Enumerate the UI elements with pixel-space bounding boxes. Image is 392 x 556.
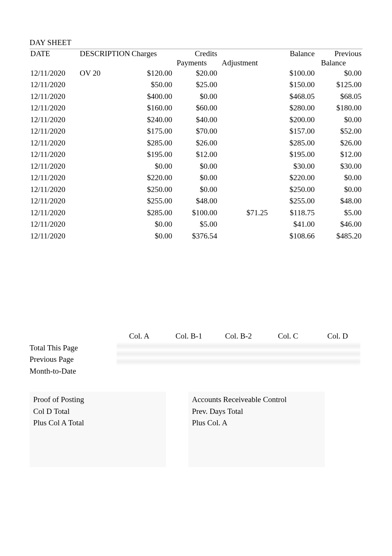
cell-balance: $468.05 (269, 91, 316, 103)
cell-charges: $175.00 (131, 126, 173, 137)
cell-adj (218, 195, 269, 207)
cell-payments: $48.00 (173, 195, 218, 207)
cell-charges: $0.00 (131, 219, 173, 230)
cell-charges: $120.00 (131, 68, 173, 79)
cell-prev: $12.00 (316, 149, 362, 161)
summary-col-b2: Col. B-2 (214, 330, 263, 342)
table-header-row-1: DATE DESCRIPTION Charges Credits Balance… (30, 49, 362, 58)
table-row: 12/11/2020OV 20$120.00$20.00$100.00$0.00 (30, 68, 362, 79)
cell-charges: $0.00 (131, 161, 173, 172)
summary-col-a: Col. A (114, 330, 164, 342)
col-header-payments: Payments (173, 58, 218, 68)
summary-label-month-to-date: Month-to-Date (30, 365, 114, 377)
cell-desc (79, 230, 131, 242)
cell-balance: $220.00 (269, 172, 316, 184)
cell-adj (218, 102, 269, 114)
cell-desc (79, 161, 131, 172)
cell-payments: $376.54 (173, 230, 218, 242)
cell-desc (79, 137, 131, 149)
col-header-balance: Balance (269, 49, 316, 58)
cell-desc (79, 114, 131, 126)
cell-charges: $240.00 (131, 114, 173, 126)
cell-adj (218, 68, 269, 79)
cell-adj (218, 184, 269, 196)
cell-balance: $157.00 (269, 126, 316, 137)
cell-date: 12/11/2020 (30, 207, 79, 219)
ar-row-prev-days-total: Prev. Days Total (192, 406, 321, 418)
cell-payments: $70.00 (173, 126, 218, 137)
cell-adj (218, 126, 269, 137)
cell-date: 12/11/2020 (30, 114, 79, 126)
cell-adj (218, 219, 269, 230)
col-header-credits: Credits (173, 49, 218, 58)
cell-date: 12/11/2020 (30, 79, 79, 91)
cell-prev: $0.00 (316, 184, 362, 196)
cell-date: 12/11/2020 (30, 68, 79, 79)
summary-section: Total This Page Previous Page Month-to-D… (30, 330, 362, 467)
cell-charges: $220.00 (131, 172, 173, 184)
cell-prev: $0.00 (316, 172, 362, 184)
col-header-adjustment: Adjustment (218, 58, 269, 68)
cell-prev: $5.00 (316, 207, 362, 219)
cell-date: 12/11/2020 (30, 195, 79, 207)
cell-charges: $195.00 (131, 149, 173, 161)
cell-adj: $71.25 (218, 207, 269, 219)
summary-col-c: Col. C (263, 330, 313, 342)
cell-payments: $60.00 (173, 102, 218, 114)
table-row: 12/11/2020$255.00$48.00$255.00$48.00 (30, 195, 362, 207)
cell-balance: $100.00 (269, 68, 316, 79)
cell-balance: $41.00 (269, 219, 316, 230)
cell-charges: $285.00 (131, 207, 173, 219)
cell-prev: $52.00 (316, 126, 362, 137)
proof-row-plus-col-a: Plus Col A Total (33, 417, 162, 429)
table-row: 12/11/2020$175.00$70.00$157.00$52.00 (30, 126, 362, 137)
cell-payments: $5.00 (173, 219, 218, 230)
col-header-previous: Previous (316, 49, 362, 58)
cell-adj (218, 79, 269, 91)
cell-charges: $285.00 (131, 137, 173, 149)
table-row: 12/11/2020$285.00$26.00$285.00$26.00 (30, 137, 362, 149)
blurred-row (117, 358, 360, 365)
table-row: 12/11/2020$250.00$0.00$250.00$0.00 (30, 184, 362, 196)
cell-prev: $125.00 (316, 79, 362, 91)
cell-adj (218, 114, 269, 126)
cell-prev: $0.00 (316, 68, 362, 79)
col-header-prev-balance: Balance (316, 58, 362, 68)
table-row: 12/11/2020$0.00$376.54$108.66$485.20 (30, 230, 362, 242)
cell-date: 12/11/2020 (30, 102, 79, 114)
table-row: 12/11/2020$0.00$0.00$30.00$30.00 (30, 161, 362, 172)
cell-payments: $12.00 (173, 149, 218, 161)
page-title: DAY SHEET (30, 37, 362, 49)
cell-adj (218, 161, 269, 172)
cell-desc (79, 79, 131, 91)
cell-prev: $30.00 (316, 161, 362, 172)
cell-adj (218, 137, 269, 149)
col-header-charges: Charges (131, 49, 173, 58)
cell-payments: $0.00 (173, 91, 218, 103)
cell-desc (79, 172, 131, 184)
cell-balance: $118.75 (269, 207, 316, 219)
cell-charges: $160.00 (131, 102, 173, 114)
table-row: 12/11/2020$160.00$60.00$280.00$180.00 (30, 102, 362, 114)
col-header-blank (218, 49, 269, 58)
table-row: 12/11/2020$240.00$40.00$200.00$0.00 (30, 114, 362, 126)
cell-desc (79, 195, 131, 207)
cell-charges: $0.00 (131, 230, 173, 242)
table-row: 12/11/2020$220.00$0.00$220.00$0.00 (30, 172, 362, 184)
cell-charges: $400.00 (131, 91, 173, 103)
blurred-row (117, 342, 360, 350)
cell-balance: $280.00 (269, 102, 316, 114)
summary-label-total-this-page: Total This Page (30, 342, 114, 354)
cell-date: 12/11/2020 (30, 149, 79, 161)
cell-date: 12/11/2020 (30, 126, 79, 137)
cell-prev: $180.00 (316, 102, 362, 114)
table-row: 12/11/2020$195.00$12.00$195.00$12.00 (30, 149, 362, 161)
cell-balance: $285.00 (269, 137, 316, 149)
cell-balance: $195.00 (269, 149, 316, 161)
col-header-date: DATE (30, 49, 79, 58)
cell-desc (79, 219, 131, 230)
cell-date: 12/11/2020 (30, 161, 79, 172)
proof-row-col-d-total: Col D Total (33, 406, 162, 418)
table-row: 12/11/2020$285.00$100.00$71.25$118.75$5.… (30, 207, 362, 219)
cell-charges: $250.00 (131, 184, 173, 196)
